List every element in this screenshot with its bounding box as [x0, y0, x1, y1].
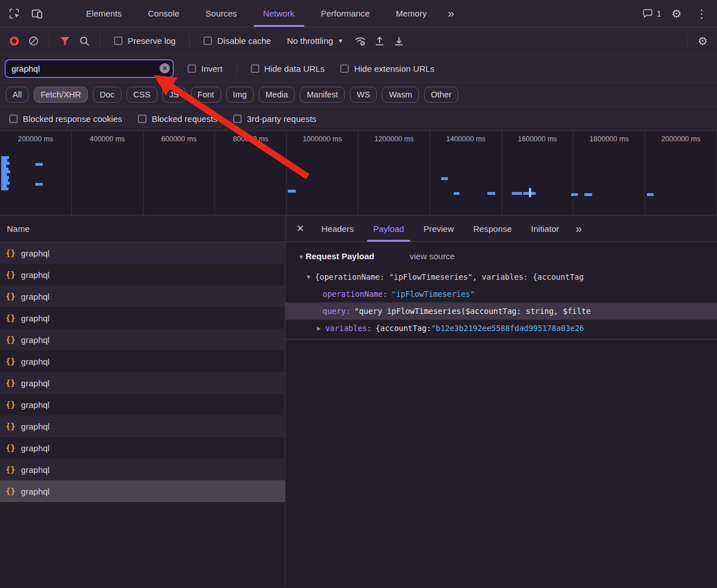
fetch-xhr-icon: {}: [6, 443, 15, 452]
divider: [237, 61, 237, 76]
disable-cache-checkbox[interactable]: Disable cache: [203, 36, 271, 46]
payload-query-row-selected[interactable]: query: "query ipFlowTimeseries($accountT…: [286, 303, 717, 320]
type-filter-pill[interactable]: JS: [162, 87, 186, 103]
filter-button-active[interactable]: [55, 31, 75, 51]
detail-tab[interactable]: Initiator: [522, 215, 569, 242]
type-filter-pill[interactable]: Media: [259, 87, 295, 103]
kebab-glyph: ⋮: [696, 8, 707, 19]
payload-string-value: "ipFlowTimeseries": [392, 289, 475, 299]
request-row[interactable]: {} graphql: [0, 242, 285, 264]
clear-icon: [28, 35, 39, 47]
network-overview-timeline[interactable]: 200000 ms400000 ms600000 ms800000 ms1000…: [0, 131, 717, 215]
throttling-dropdown[interactable]: No throttling ▾: [287, 36, 342, 46]
request-row[interactable]: {} graphql: [0, 372, 285, 394]
network-toolbar: Preserve log Disable cache No throttling…: [0, 27, 717, 55]
close-details-icon[interactable]: ×: [289, 215, 312, 242]
main-tab[interactable]: Memory: [383, 0, 440, 27]
request-row[interactable]: {} graphql: [0, 437, 285, 459]
main-tab[interactable]: Console: [135, 0, 193, 27]
type-filter-pill[interactable]: Font: [191, 87, 221, 103]
request-row[interactable]: {} graphql: [0, 480, 285, 502]
type-filter-pill[interactable]: Wasm: [382, 87, 419, 103]
fetch-xhr-icon: {}: [6, 422, 15, 431]
more-detail-tabs-icon[interactable]: »: [569, 215, 589, 242]
type-filter-pill[interactable]: Other: [424, 87, 458, 103]
record-network-log-button[interactable]: [5, 31, 24, 51]
type-filter-pill[interactable]: CSS: [127, 87, 157, 103]
waterfall-bar: [288, 190, 296, 193]
main-tabs: ElementsConsoleSourcesNetworkPerformance…: [73, 0, 440, 27]
network-filter-row: × Invert Hide data URLs Hide extension U…: [0, 55, 717, 83]
inspect-element-icon[interactable]: [5, 4, 24, 23]
fetch-xhr-icon: {}: [6, 292, 15, 301]
main-tab[interactable]: Sources: [193, 0, 250, 27]
request-row[interactable]: {} graphql: [0, 415, 285, 437]
waterfall-bar: [529, 188, 531, 197]
hide-extension-urls-checkbox[interactable]: Hide extension URLs: [340, 64, 434, 74]
hide-data-urls-label: Hide data URLs: [264, 64, 325, 74]
payload-key: query:: [323, 307, 351, 316]
request-row[interactable]: {} graphql: [0, 350, 285, 372]
request-row[interactable]: {} graphql: [0, 285, 285, 307]
expand-triangle-icon[interactable]: ▼: [307, 273, 311, 281]
main-tab[interactable]: Performance: [308, 0, 383, 27]
fetch-xhr-icon: {}: [6, 248, 15, 258]
blocked-requests-checkbox[interactable]: Blocked requests: [138, 114, 217, 124]
fetch-xhr-icon: {}: [6, 270, 15, 279]
request-row[interactable]: {} graphql: [0, 329, 285, 350]
detail-tab[interactable]: Response: [463, 215, 522, 242]
request-name: graphql: [21, 487, 50, 496]
request-row[interactable]: {} graphql: [0, 264, 285, 285]
device-toolbar-icon[interactable]: [27, 4, 47, 23]
main-tab[interactable]: Elements: [73, 0, 135, 27]
export-har-button[interactable]: [389, 31, 409, 51]
throttling-value: No throttling: [287, 36, 333, 46]
type-filter-pill[interactable]: Img: [226, 87, 254, 103]
type-filter-pill[interactable]: Manifest: [300, 87, 345, 103]
type-filter-pill[interactable]: All: [6, 87, 28, 103]
blocked-response-cookies-checkbox[interactable]: Blocked response cookies: [9, 114, 122, 124]
expand-triangle-icon[interactable]: ▶: [317, 325, 321, 332]
record-icon: [10, 36, 19, 46]
checkbox-icon: [340, 64, 349, 73]
collapse-triangle-icon[interactable]: ▼: [298, 254, 304, 260]
import-har-button[interactable]: [370, 31, 389, 51]
request-name: graphql: [21, 313, 50, 323]
devtools-menu-kebab-icon[interactable]: ⋮: [692, 4, 711, 23]
clear-network-log-button[interactable]: [24, 31, 43, 51]
request-row[interactable]: {} graphql: [0, 459, 285, 480]
request-name: graphql: [21, 443, 50, 453]
third-party-requests-checkbox[interactable]: 3rd-party requests: [233, 114, 316, 124]
type-filter-pill[interactable]: Fetch/XHR: [34, 87, 88, 103]
network-conditions-button[interactable]: [351, 31, 370, 51]
main-tab[interactable]: Network: [250, 0, 308, 27]
payload-operation-row[interactable]: operationName: "ipFlowTimeseries": [286, 285, 717, 303]
console-messages-indicator[interactable]: 1: [642, 8, 661, 19]
more-tabs-icon[interactable]: »: [440, 0, 462, 27]
settings-gear-icon[interactable]: ⚙: [667, 4, 686, 23]
payload-preview-row[interactable]: ▼ {operationName: "ipFlowTimeseries", va…: [286, 268, 717, 285]
checkbox-icon: [233, 115, 242, 123]
filter-input[interactable]: [5, 59, 174, 78]
search-button[interactable]: [75, 31, 94, 51]
network-settings-gear-icon[interactable]: ⚙: [693, 31, 712, 51]
type-filter-pill[interactable]: WS: [350, 87, 377, 103]
preserve-log-checkbox[interactable]: Preserve log: [114, 36, 176, 46]
fetch-xhr-icon: {}: [6, 357, 15, 366]
payload-variables-row[interactable]: ▶ variables: {accountTag: "b12e3b2192ee5…: [286, 320, 717, 337]
detail-tab[interactable]: Payload: [364, 215, 414, 242]
detail-tab[interactable]: Preview: [414, 215, 463, 242]
type-filter-pill[interactable]: Doc: [93, 87, 121, 103]
name-column-header[interactable]: Name: [0, 215, 285, 242]
hide-data-urls-checkbox[interactable]: Hide data URLs: [251, 64, 325, 74]
divider: [687, 34, 687, 48]
request-row[interactable]: {} graphql: [0, 307, 285, 329]
request-row[interactable]: {} graphql: [0, 394, 285, 415]
detail-tab[interactable]: Headers: [312, 215, 364, 242]
request-name: graphql: [21, 270, 50, 280]
clear-filter-icon[interactable]: ×: [160, 63, 170, 74]
view-source-link[interactable]: view source: [410, 251, 455, 261]
messages-count-badge: 1: [657, 9, 661, 18]
preserve-log-label: Preserve log: [128, 36, 176, 46]
invert-checkbox[interactable]: Invert: [188, 64, 223, 74]
